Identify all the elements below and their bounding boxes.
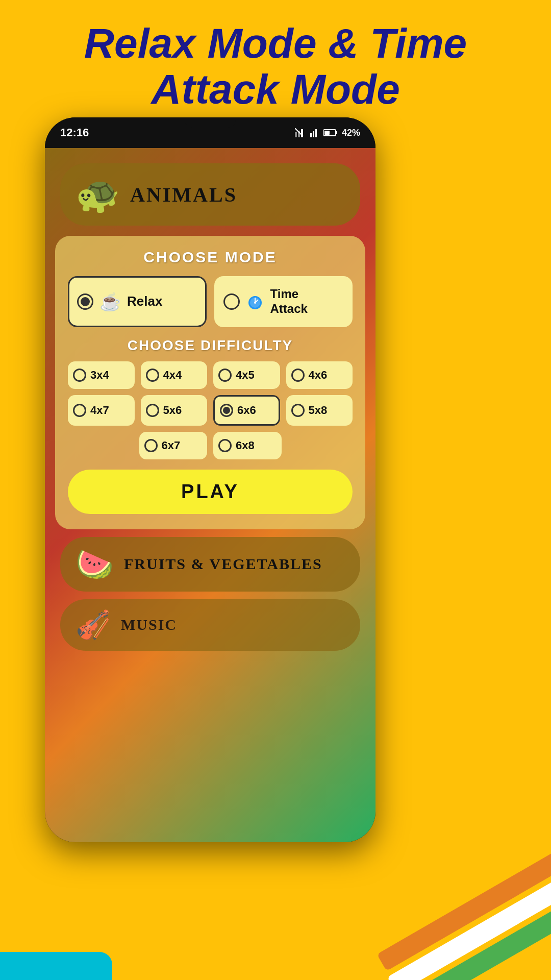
coffee-icon: ☕: [99, 291, 121, 312]
svg-rect-6: [315, 129, 317, 137]
diff-4x4[interactable]: 4x4: [141, 361, 208, 389]
choose-difficulty-title: CHOOSE DIFFICULTY: [68, 337, 353, 354]
status-bar: 12:16 42%: [45, 117, 375, 148]
status-icons: 42%: [295, 128, 360, 138]
animals-category-button[interactable]: 🐢 ANIMALS: [60, 163, 360, 226]
watermelon-icon: 🍉: [76, 546, 114, 582]
status-time: 12:16: [60, 126, 89, 139]
svg-rect-13: [255, 298, 256, 302]
animals-label: ANIMALS: [130, 183, 237, 207]
difficulty-row-2: 4x7 5x6 6x6 5x8: [68, 395, 353, 426]
vegetables-category-button[interactable]: 🍉 FRUITS & VEGETABLES: [60, 537, 360, 592]
time-attack-line2: Attack: [270, 302, 308, 316]
stripe-blue: [0, 952, 112, 980]
svg-point-15: [254, 302, 256, 304]
diff-4x5-label: 4x5: [236, 369, 255, 382]
diff-6x6-radio: [220, 404, 233, 417]
phone-screen: 🐢 ANIMALS CHOOSE MODE ☕ Relax: [45, 148, 375, 842]
diff-4x7-label: 4x7: [90, 404, 109, 417]
diff-6x8[interactable]: 6x8: [213, 432, 282, 459]
difficulty-row-3: 6x7 6x8: [68, 432, 353, 459]
time-attack-line1: Time: [270, 287, 308, 302]
relax-mode-option[interactable]: ☕ Relax: [68, 276, 207, 327]
battery-percent: 42%: [342, 128, 360, 138]
diff-5x6-radio: [146, 404, 159, 417]
time-attack-radio: [223, 293, 240, 310]
relax-radio-fill: [81, 297, 90, 306]
diff-5x6-label: 5x6: [163, 404, 182, 417]
mode-row: ☕ Relax: [68, 276, 353, 327]
time-attack-mode-option[interactable]: Time Attack: [214, 276, 353, 327]
diff-4x6-radio: [291, 369, 305, 382]
diff-4x5-radio: [218, 369, 232, 382]
diff-5x6[interactable]: 5x6: [141, 395, 208, 426]
diff-3x4-radio: [73, 369, 86, 382]
diff-5x8-radio: [291, 404, 305, 417]
diff-4x6[interactable]: 4x6: [286, 361, 353, 389]
diff-6x7-label: 6x7: [162, 439, 181, 452]
relax-label: Relax: [127, 293, 162, 309]
diff-5x8-label: 5x8: [309, 404, 328, 417]
music-emoji: 🎻: [76, 608, 111, 642]
diff-6x8-radio: [218, 439, 232, 452]
diff-6x6[interactable]: 6x6: [213, 395, 280, 426]
signal-icon: [295, 128, 306, 137]
play-button[interactable]: PLAY: [68, 470, 353, 514]
choose-mode-title: CHOOSE MODE: [68, 249, 353, 266]
battery-icon: [323, 129, 338, 137]
signal2-icon: [310, 128, 319, 137]
svg-rect-5: [313, 131, 314, 137]
diff-6x7[interactable]: 6x7: [139, 432, 208, 459]
diff-3x4[interactable]: 3x4: [68, 361, 135, 389]
diff-4x7[interactable]: 4x7: [68, 395, 135, 426]
svg-rect-0: [295, 132, 297, 137]
svg-rect-4: [310, 133, 312, 137]
vegetables-label: FRUITS & VEGETABLES: [124, 555, 322, 573]
mode-card: CHOOSE MODE ☕ Relax: [55, 236, 365, 529]
page-title: Relax Mode & Time Attack Mode: [0, 20, 551, 112]
diff-6x8-label: 6x8: [236, 439, 255, 452]
diff-4x6-label: 4x6: [309, 369, 328, 382]
diff-4x4-radio: [146, 369, 159, 382]
music-category-button[interactable]: 🎻 MUSIC: [60, 599, 360, 651]
diff-6x6-label: 6x6: [237, 404, 256, 417]
svg-rect-9: [324, 131, 330, 135]
deco-stripes: [347, 852, 551, 980]
diff-6x7-radio: [144, 439, 158, 452]
difficulty-row-1: 3x4 4x4 4x5 4x6: [68, 361, 353, 389]
diff-4x5[interactable]: 4x5: [213, 361, 280, 389]
phone-frame: 12:16 42% 🐢: [45, 117, 375, 842]
svg-rect-8: [336, 131, 337, 134]
diff-4x7-radio: [73, 404, 86, 417]
stopwatch-icon: [246, 292, 264, 311]
phone-notch: [185, 117, 236, 128]
relax-radio: [77, 293, 93, 310]
diff-3x4-label: 3x4: [90, 369, 109, 382]
diff-5x8[interactable]: 5x8: [286, 395, 353, 426]
turtle-icon: 🐢: [76, 174, 120, 215]
music-label: MUSIC: [121, 616, 177, 633]
diff-4x4-label: 4x4: [163, 369, 182, 382]
